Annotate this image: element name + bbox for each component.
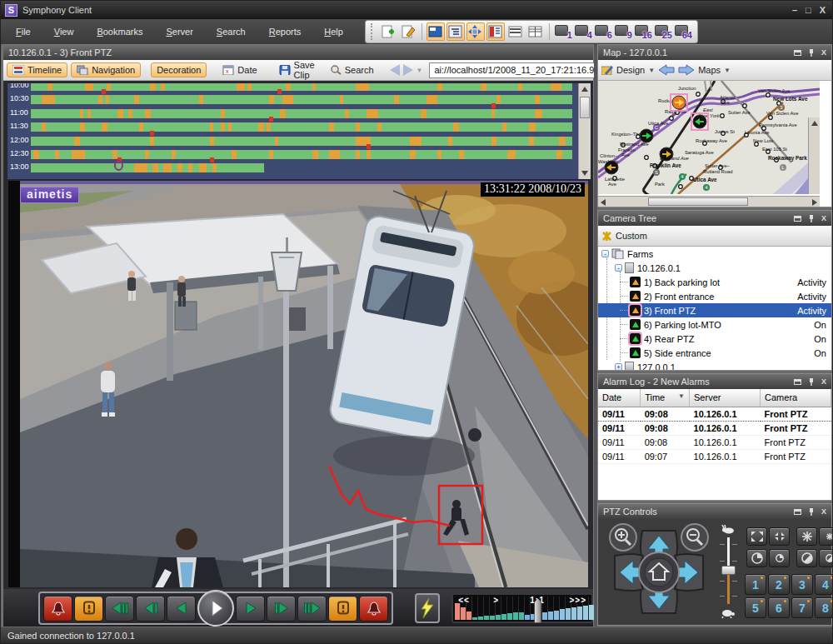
map-forward-button[interactable] <box>678 64 695 76</box>
farms-node-label[interactable]: Farms <box>627 249 653 259</box>
ptz-speed-handle[interactable] <box>721 566 736 575</box>
timeline-row[interactable]: 12:30 <box>7 147 577 161</box>
view-layout-16-button[interactable]: 16 <box>634 22 652 41</box>
map-hscroll-thumb[interactable] <box>648 197 748 206</box>
camera-tree-item[interactable]: 6) Parking lot-MTOOn <box>598 317 831 332</box>
map-pin-button[interactable] <box>808 48 815 57</box>
camera-tree-item[interactable]: 5) Side entranceOn <box>598 346 831 360</box>
add-camera-button[interactable] <box>379 22 397 41</box>
view-layout-1-button[interactable]: 1 <box>554 22 572 41</box>
alarm-column-server[interactable]: Server <box>690 389 761 407</box>
ptz-panel-title[interactable]: PTZ Controls X <box>598 504 831 519</box>
forward-button[interactable] <box>403 64 413 76</box>
ptz-home-button[interactable] <box>639 552 679 592</box>
focus-far-button[interactable] <box>746 549 767 567</box>
speed-step-label[interactable]: > <box>493 596 499 605</box>
speed-control[interactable]: << > 1:1 >>> <box>451 593 593 623</box>
activity-bar[interactable] <box>31 122 572 132</box>
toolbar-grip[interactable] <box>371 23 374 40</box>
camera-tree-button[interactable] <box>446 22 465 41</box>
camera-tree-item[interactable]: 2) Front entranceActivity <box>598 289 831 303</box>
activity-bar[interactable] <box>31 109 572 118</box>
speed-bar-cell[interactable] <box>513 597 519 620</box>
map-scroll-up-icon[interactable] <box>811 121 818 126</box>
speed-bar-cell[interactable] <box>478 597 484 620</box>
map-horizontal-scrollbar[interactable] <box>598 196 820 207</box>
ptz-zoom-in-button[interactable] <box>610 524 636 551</box>
speed-bar-cell[interactable] <box>501 597 507 620</box>
tree-restore-button[interactable] <box>794 216 801 222</box>
sort-descending-icon[interactable]: ▼ <box>678 392 685 400</box>
menu-search[interactable]: Search <box>207 23 256 40</box>
iris-close-button[interactable] <box>819 527 833 546</box>
previous-alarm-button[interactable] <box>43 596 72 622</box>
alarm-row[interactable]: 09/1109:0710.126.0.1Front PTZ <box>598 449 831 463</box>
address-combo[interactable]: ai://localhost/1/2008_11_20_17:21:16.957… <box>429 62 616 78</box>
step-forward-button[interactable] <box>267 596 296 622</box>
ptz-controls-button[interactable] <box>466 22 485 41</box>
menu-file[interactable]: File <box>6 23 41 40</box>
design-dropdown-icon[interactable]: ▼ <box>648 67 655 74</box>
timeline-row[interactable]: 10:00 <box>7 82 577 92</box>
back-button[interactable] <box>390 64 400 76</box>
tree-node-farms[interactable]: -Farms <box>598 247 831 261</box>
step-backward-button[interactable] <box>136 596 165 622</box>
map-camera-marker[interactable] <box>660 147 673 161</box>
tree-close-button[interactable]: X <box>821 214 826 222</box>
view-layout-4-button[interactable]: 4 <box>574 22 592 41</box>
play-forward-button[interactable] <box>236 596 265 622</box>
menu-help[interactable]: Help <box>314 23 353 40</box>
timeline-scroll-down-icon[interactable] <box>581 171 588 176</box>
design-menu-button[interactable]: Design <box>616 65 645 75</box>
timeline-scroll-up-icon[interactable] <box>581 87 588 92</box>
speed-slider-handle[interactable] <box>534 598 541 623</box>
map-canvas[interactable]: C3S44L JunctionAtlanticAveVan Siclen Ave… <box>598 81 820 194</box>
timeline-row[interactable]: 11:00 <box>7 107 577 120</box>
tree-node-server[interactable]: -10.126.0.1 <box>598 261 831 275</box>
camera-item-label[interactable]: 3) Front PTZ <box>644 306 696 316</box>
decoration-toggle-button[interactable]: Decoration <box>151 62 207 77</box>
timeline-strip[interactable]: 10:0010:3011:0011:3012:0012:3013:00 <box>7 82 591 180</box>
ptz-preset-7-button[interactable]: 7 <box>791 597 813 618</box>
next-alarm-button[interactable] <box>359 596 388 622</box>
close-button[interactable]: X <box>820 2 826 17</box>
alarm-row[interactable]: 09/1109:0810.126.0.1Front PTZ <box>598 421 831 435</box>
iris-open-button[interactable] <box>796 527 817 546</box>
camera-item-label[interactable]: 5) Side entrance <box>644 348 711 358</box>
alarm-close-button[interactable]: X <box>821 377 826 386</box>
speed-bar-cell[interactable] <box>560 597 566 620</box>
map-vertical-scrollbar[interactable] <box>808 117 820 194</box>
camera-tree-item[interactable]: 4) Rear PTZOn <box>598 332 831 346</box>
server2-expand-toggle[interactable]: + <box>615 363 622 370</box>
activity-bar[interactable] <box>31 163 264 172</box>
history-dropdown-icon[interactable]: ▼ <box>416 67 423 74</box>
ptz-preset-6-button[interactable]: 6 <box>768 597 790 618</box>
date-button[interactable]: x Date <box>217 62 262 77</box>
speed-bar-cell[interactable] <box>484 597 490 620</box>
map-back-button[interactable] <box>658 64 675 76</box>
map-scroll-left-icon[interactable] <box>601 199 606 206</box>
camera-item-label[interactable]: 2) Front entrance <box>644 292 714 302</box>
ptz-preset-5-button[interactable]: 5 <box>745 597 766 618</box>
server2-node-label[interactable]: 127.0.0.1 <box>637 362 676 371</box>
save-clip-button[interactable]: Save Clip <box>273 57 321 82</box>
map-camera-marker[interactable] <box>640 129 653 142</box>
video-display[interactable]: aimetis 13:31:22 2008/10/23 <box>8 181 588 587</box>
camera-item-label[interactable]: 6) Parking lot-MTO <box>644 320 721 330</box>
view-layout-9-button[interactable]: 9 <box>614 22 632 41</box>
camera-item-label[interactable]: 4) Rear PTZ <box>644 334 695 344</box>
alarm-row[interactable]: 09/1109:0810.126.0.1Front PTZ <box>598 407 831 421</box>
map-panel-title[interactable]: Map - 127.0.0.1 X <box>598 45 831 60</box>
speed-bar-cell[interactable] <box>519 597 525 620</box>
map-close-button[interactable]: X <box>821 48 826 57</box>
timeline-row[interactable]: 12:00 <box>7 134 577 147</box>
activity-bar[interactable] <box>31 82 572 91</box>
previous-activity-button[interactable] <box>74 596 103 622</box>
menu-view[interactable]: View <box>44 23 84 40</box>
fast-forward-button[interactable] <box>297 596 327 622</box>
alarm-column-date[interactable]: Date <box>598 389 641 407</box>
alarm-log-button[interactable] <box>486 22 505 41</box>
maps-menu-button[interactable]: Maps <box>698 65 721 75</box>
next-activity-button[interactable] <box>328 596 357 622</box>
navigation-toggle-button[interactable]: Navigation <box>71 62 141 77</box>
